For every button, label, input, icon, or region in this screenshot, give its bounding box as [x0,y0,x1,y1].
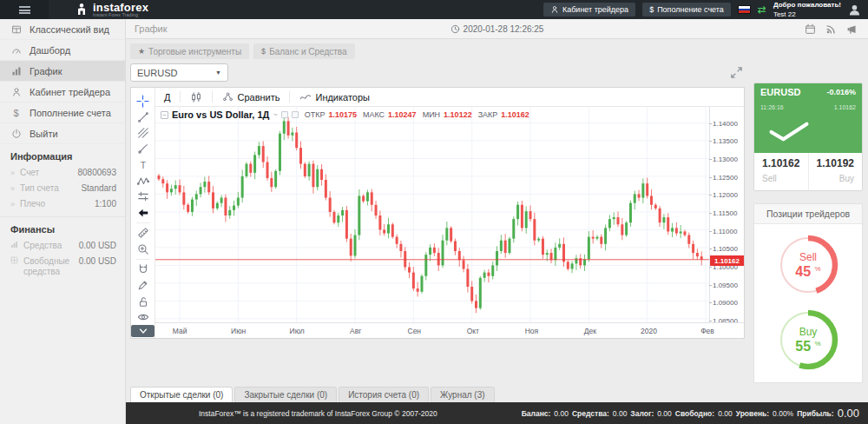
sidebar-item-chart[interactable]: График [0,61,125,82]
symbol-select[interactable]: EURUSD ▼ [130,63,228,82]
copyright: InstaForex™ is a registered trademark of… [199,409,437,418]
sidebar-item-dashboard[interactable]: Дашборд [0,40,125,61]
app: instaforex Instant Forex Trading Кабинет… [0,0,868,424]
person-icon [550,5,559,14]
buy-gauge-label: Buy [799,327,818,338]
percent-sign: % [815,340,821,348]
info-section-title: Информация [0,144,125,165]
datetime-text: 2020-01-28 12:26:25 [464,24,544,34]
hamburger-menu-icon[interactable] [0,0,49,19]
tab-account-history[interactable]: История счета (0) [339,387,429,402]
zoom-in-tool-icon[interactable] [134,241,153,256]
tab-open-trades[interactable]: Открытые сделки (0) [130,387,233,402]
finance-row-free-funds: Свободные средства 0.00 USD [0,254,125,280]
quote-card: EURUSD 11:26:16 -0.016% 1.10162 [753,83,863,191]
sidebar-item-trader-cabinet[interactable]: Кабинет трейдера [0,82,125,103]
sidebar-item-label: Дашборд [30,45,70,56]
megaphone-icon[interactable] [846,23,858,35]
trader-cabinet-button[interactable]: Кабинет трейдера [543,3,635,17]
crosshair-tool-icon[interactable] [134,93,153,109]
legend-settings-icon[interactable] [281,111,288,118]
calendar-icon[interactable] [805,23,816,35]
legend-visibility-icon[interactable] [292,111,299,118]
stat-value: 0.00 [718,409,733,418]
positions-title: Позиции трейдеров [754,204,862,224]
deposit-button[interactable]: $ Пополнение счета [642,3,731,17]
price-tick-label: 1.09000 [713,299,738,307]
buy-button[interactable]: 1.10192 Buy [809,153,863,190]
sell-gauge-label: Sell [799,252,817,263]
drawing-lock-icon[interactable] [134,277,153,293]
svg-text:T: T [140,159,146,169]
indicators-button[interactable]: Индикаторы [299,91,370,103]
brush-tool-icon[interactable] [134,141,153,156]
pattern-tool-icon[interactable] [134,173,153,189]
funds-chart-icon [10,241,18,251]
magnet-tool-icon[interactable] [134,262,153,277]
info-value: 1:100 [95,199,116,209]
chart-type-button[interactable] [190,91,202,103]
interval-button[interactable]: Д [164,92,170,103]
quote-change: -0.016% [826,88,856,97]
compare-icon [222,91,233,103]
balance-funds-label: Баланс и Средства [269,47,347,56]
russian-flag-icon[interactable] [738,5,751,14]
quote-symbol: EURUSD [760,88,800,97]
ruler-tool-icon[interactable] [134,225,153,241]
stat-value: 0.00 [554,409,569,418]
deposit-label: Пополнение счета [657,5,724,14]
arrow-left-icon[interactable] [134,205,153,221]
currency-swap-icon[interactable]: ⇄ [758,4,766,15]
gann-fib-tool-icon[interactable] [134,125,153,141]
info-value: 80800693 [78,168,117,178]
instaforex-logo[interactable]: instaforex Instant Forex Trading [75,3,148,17]
sidebar-item-logout[interactable]: Выйти [0,123,125,144]
price-tick-label: 1.09500 [713,282,738,289]
chart-toolbar: Д Сравнить [155,88,744,107]
trading-instruments-button[interactable]: ★ Торговые инструменты [130,43,249,59]
tools-collapse-button[interactable] [131,325,155,337]
tab-label: Журнал (3) [440,390,485,400]
sell-button[interactable]: 1.10162 Sell [754,153,809,190]
time-tick-label: Авг [350,327,361,335]
select-caret-icon: ▼ [215,70,221,76]
compare-button[interactable]: Сравнить [222,91,279,103]
user-avatar-icon[interactable] [848,3,861,17]
traders-positions-card: Позиции трейдеров Sell 45 % [753,203,863,383]
tab-closed-trades[interactable]: Закрытые сделки (0) [234,387,337,402]
info-label: Счет [20,168,77,178]
sidebar-item-classic-view[interactable]: Классический вид [0,19,125,40]
trend-line-tool-icon[interactable] [134,109,153,124]
low-label: МИН [423,110,440,119]
series-title: Euro vs US Dollar, 1Д [172,109,269,120]
chart-plot[interactable]: − Euro vs US Dollar, 1Д ~ ОТКР 1.10175 М… [155,107,709,322]
fullscreen-icon[interactable] [730,66,743,79]
legend-more-icon[interactable]: ~ [273,110,277,119]
price-axis[interactable]: 1.140001.135001.130001.125001.120001.115… [709,107,744,322]
finance-value: 0.00 USD [79,256,116,267]
star-icon: ★ [138,47,145,56]
tab-journal[interactable]: Журнал (3) [431,387,495,402]
unlock-icon[interactable] [134,294,153,309]
sell-price: 1.10162 [762,157,800,169]
quote-price: 1.10162 [834,104,856,110]
forecast-tool-icon[interactable] [134,189,153,204]
tab-label: Открытые сделки (0) [140,390,223,400]
chart-icon [10,66,22,76]
chevron-down-icon [138,327,148,335]
stat-value: 0.00 [613,409,628,418]
sidebar-item-label: Классический вид [30,24,109,35]
balance-funds-button[interactable]: $ Баланс и Средства [253,43,355,59]
text-tool-icon[interactable]: T [134,157,153,173]
high-value: 1.10247 [388,110,417,119]
visibility-eye-icon[interactable] [134,309,153,325]
collapse-legend-icon[interactable]: − [161,111,168,119]
time-axis[interactable]: МайИюнИюлАвгСенОктНояДек2020Фев [155,322,744,338]
time-tick-label: Июн [231,327,246,335]
sidebar-item-deposit[interactable]: $ Пополнение счета [0,103,125,123]
stat-label: Свободно: [675,409,714,418]
low-value: 1.10122 [444,110,472,119]
checkmark-icon [766,120,812,142]
time-tick-label: Сен [408,327,422,335]
rss-icon[interactable] [825,23,837,35]
